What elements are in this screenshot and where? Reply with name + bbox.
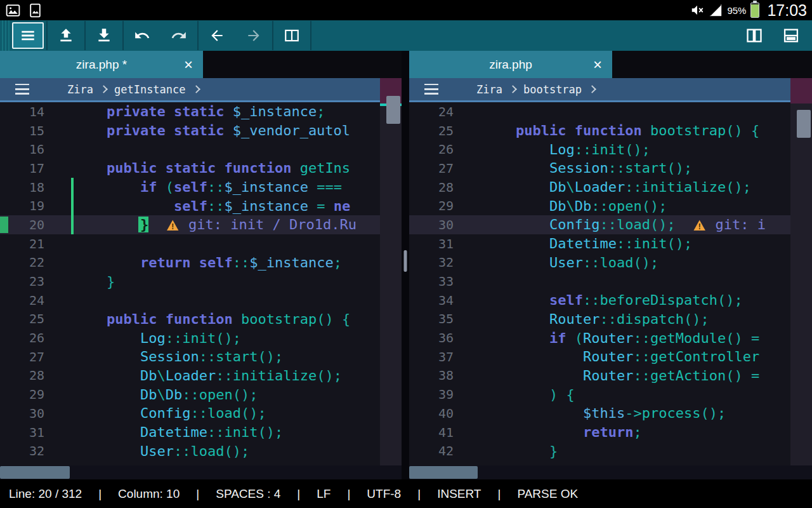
- scroll-ruler[interactable]: [380, 78, 402, 465]
- code-line-42[interactable]: 42 }: [409, 441, 812, 460]
- breadcrumb-item-class[interactable]: Zira: [67, 83, 93, 96]
- code-text: ) {: [482, 387, 575, 403]
- code-line-29[interactable]: 29 Db\Db::open();: [0, 385, 402, 404]
- horizontal-scrollbar[interactable]: [0, 465, 402, 479]
- close-icon[interactable]: ×: [184, 57, 193, 72]
- code-token: ::: [182, 387, 199, 403]
- horizontal-scrollbar-thumb[interactable]: [0, 466, 70, 479]
- ruler-annotation-marker: [790, 78, 812, 104]
- code-token: [224, 123, 232, 138]
- code-line-20[interactable]: 20 } ! git: init / Dro1d.Ru: [0, 215, 402, 234]
- code-token: [148, 217, 166, 232]
- code-line-27[interactable]: 27 Session::start();: [0, 347, 402, 366]
- code-line-15[interactable]: 15 private static $_vendor_autol: [0, 121, 402, 140]
- code-line-32[interactable]: 32 User::load();: [409, 253, 812, 272]
- code-token: [743, 330, 751, 346]
- undo-button[interactable]: [124, 20, 160, 51]
- code-line-25[interactable]: 25 public function bootstrap() {: [0, 310, 402, 329]
- code-line-21[interactable]: 21: [0, 234, 402, 253]
- code-line-41[interactable]: 41 return;: [409, 423, 812, 442]
- code-text: Db\Loader::initialize();: [482, 179, 751, 195]
- horizontal-scrollbar-thumb[interactable]: [409, 466, 478, 479]
- code-line-33[interactable]: 33: [409, 272, 812, 291]
- horizontal-scrollbar[interactable]: [409, 465, 812, 479]
- code-token: [482, 160, 549, 176]
- breadcrumb[interactable]: Zira getInstance: [0, 78, 402, 102]
- status-item: LF: [317, 487, 331, 501]
- code-line-32[interactable]: 32 User::load();: [0, 441, 402, 460]
- line-number: 14: [0, 104, 44, 119]
- code-line-14[interactable]: 14 private static $_instance;: [0, 102, 402, 121]
- code-line-40[interactable]: 40 $this->process();: [409, 404, 812, 423]
- code-line-34[interactable]: 34 self::beforeDispatch();: [409, 291, 812, 310]
- status-separator: |: [347, 487, 350, 501]
- code-token: [482, 179, 549, 195]
- code-line-31[interactable]: 31 Datetime::init();: [0, 423, 402, 442]
- close-icon[interactable]: ×: [593, 57, 602, 72]
- breadcrumb-item-method[interactable]: getInstance: [114, 83, 186, 96]
- code-line-35[interactable]: 35 Router::dispatch();: [409, 310, 812, 329]
- line-number: 28: [409, 180, 454, 195]
- code-text: User::load();: [482, 255, 658, 271]
- code-token: open: [199, 387, 233, 403]
- toolbar-grip[interactable]: [0, 20, 10, 51]
- code-line-30[interactable]: 30 Config::load();: [0, 404, 402, 423]
- breadcrumb-item-method[interactable]: bootstrap: [523, 83, 582, 96]
- forward-button[interactable]: [235, 20, 272, 51]
- code-line-22[interactable]: 22 return self::$_instance;: [0, 253, 402, 272]
- tab-zira-php[interactable]: zira.php * ×: [0, 51, 203, 78]
- menu-icon[interactable]: [424, 84, 438, 95]
- code-token: [743, 368, 751, 384]
- code-line-25[interactable]: 25 public function bootstrap() {: [409, 121, 812, 140]
- code-line-26[interactable]: 26 Log::init();: [0, 328, 402, 347]
- menu-button[interactable]: [12, 22, 44, 49]
- code-line-18[interactable]: 18 if (self::$_instance ===: [0, 178, 402, 197]
- split-columns-button[interactable]: [273, 20, 310, 51]
- code-line-28[interactable]: 28 Db\Loader::initialize();: [0, 366, 402, 385]
- code-line-39[interactable]: 39 ) {: [409, 385, 812, 404]
- tab-zira-php[interactable]: zira.php ×: [409, 51, 612, 78]
- divider-handle-icon[interactable]: [404, 250, 407, 272]
- scroll-ruler[interactable]: [790, 78, 812, 465]
- code-line-30[interactable]: 30 Config::load(); ! git: i: [409, 215, 812, 234]
- code-line-24[interactable]: 24: [409, 102, 812, 121]
- android-left-icons: [5, 3, 43, 18]
- vertical-scrollbar-thumb[interactable]: [386, 96, 400, 124]
- redo-button[interactable]: [160, 20, 197, 51]
- breadcrumb-item-class[interactable]: Zira: [476, 83, 502, 96]
- split-horizontal-button[interactable]: [773, 20, 809, 51]
- chevron-right-icon: [509, 85, 517, 93]
- code-line-31[interactable]: 31 Datetime::init();: [409, 234, 812, 253]
- code-line-28[interactable]: 28 Db\Loader::initialize();: [409, 178, 812, 197]
- code-text: Session::start();: [73, 349, 283, 364]
- code-line-16[interactable]: 16: [0, 140, 402, 159]
- code-line-38[interactable]: 38 Router::getAction() =: [409, 366, 812, 385]
- line-number: 31: [409, 236, 454, 251]
- code-editor[interactable]: 14 private static $_instance;15 private …: [0, 102, 402, 465]
- code-token: [482, 330, 549, 346]
- save-as-button[interactable]: [86, 20, 122, 51]
- breadcrumb[interactable]: Zira bootstrap: [409, 78, 812, 102]
- code-line-27[interactable]: 27 Session::start();: [409, 159, 812, 178]
- code-token: (): [726, 330, 743, 346]
- code-line-29[interactable]: 29 Db\Db::open();: [409, 196, 812, 215]
- code-token: return: [583, 424, 633, 440]
- code-token: ::: [599, 311, 617, 327]
- code-line-23[interactable]: 23 }: [0, 272, 402, 291]
- code-line-17[interactable]: 17 public static function getIns: [0, 159, 402, 178]
- code-line-19[interactable]: 19 self::$_instance = ne: [0, 196, 402, 215]
- menu-icon[interactable]: [15, 84, 29, 95]
- code-line-36[interactable]: 36 if (Router::getModule() =: [409, 328, 812, 347]
- vertical-scrollbar-thumb[interactable]: [797, 110, 811, 138]
- code-line-26[interactable]: 26 Log::init();: [409, 140, 812, 159]
- back-button[interactable]: [199, 20, 235, 51]
- code-token: dispatch: [617, 311, 684, 327]
- code-line-24[interactable]: 24: [0, 291, 402, 310]
- code-editor[interactable]: 2425 public function bootstrap() {26 Log…: [409, 102, 812, 465]
- code-text: Db\Db::open();: [482, 198, 667, 214]
- pane-divider[interactable]: [402, 51, 409, 479]
- split-vertical-button[interactable]: [736, 20, 773, 51]
- battery-icon: [750, 3, 759, 18]
- code-line-37[interactable]: 37 Router::getController: [409, 347, 812, 366]
- upload-button[interactable]: [48, 20, 84, 51]
